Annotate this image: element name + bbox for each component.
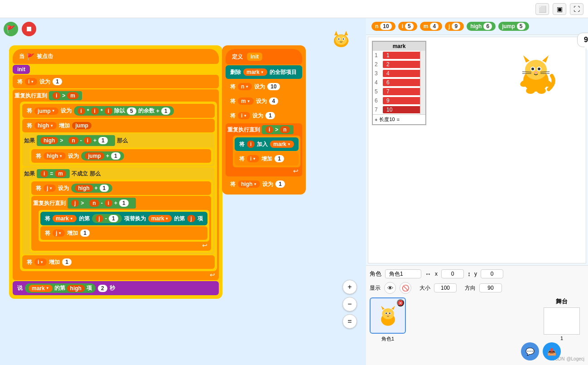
y-input[interactable] <box>481 269 503 278</box>
set-j-block[interactable]: 将 j 设为 high + 1 <box>31 181 211 195</box>
var-i-dropdown[interactable]: i <box>25 78 37 85</box>
i-dd-loop[interactable]: i <box>247 155 259 162</box>
svg-point-16 <box>535 72 537 73</box>
green-flag-button[interactable]: 🚩 <box>4 22 18 36</box>
j-dd-inner[interactable]: j <box>53 229 65 237</box>
repeat-until-outer: 重复执行直到 i > m 将 jump <box>13 89 219 280</box>
var-j-value: 9 <box>452 23 460 30</box>
add-i-outer-block[interactable]: 将 i 增加 1 <box>22 255 215 269</box>
show-label: 显示 <box>370 284 381 292</box>
svg-point-15 <box>538 68 540 70</box>
zoom-in-btn[interactable]: + <box>342 280 357 294</box>
add-high-block[interactable]: 将 high 增加 jump <box>22 119 215 132</box>
y-label: y <box>474 271 477 277</box>
size-input[interactable] <box>434 283 457 292</box>
svg-point-32 <box>389 312 390 314</box>
var-jump-dropdown[interactable]: jump <box>34 107 58 115</box>
delete-all-mark[interactable]: 删除 mark 的全部项目 <box>226 65 302 79</box>
set-m-block[interactable]: 将 m 设为 4 <box>226 94 302 108</box>
list-item-7: 7 10 <box>373 105 425 114</box>
svg-marker-28 <box>391 306 395 310</box>
var-high-dropdown[interactable]: high <box>34 122 57 129</box>
list-item-5: 5 7 <box>373 87 425 96</box>
set-i-init-block[interactable]: 将 i 设为 1 <box>226 109 302 122</box>
fullscreen-btn[interactable]: ⛶ <box>570 3 583 15</box>
var-m: m 4 <box>420 22 442 31</box>
init-label-block: init <box>13 65 30 74</box>
zoom-controls: + − = <box>342 280 357 329</box>
x-icon: ↔ <box>425 270 431 277</box>
if-cond-high: high > n - i + 1 <box>37 135 115 146</box>
mark-dd-say[interactable]: mark <box>29 285 53 292</box>
variables-bar: n 10 i 5 m 4 j 9 high 6 jump 5 <box>366 18 588 35</box>
sprite-1-icon <box>376 303 400 328</box>
svg-marker-2 <box>334 31 338 35</box>
sprite-1-thumb[interactable]: ✕ <box>370 297 406 334</box>
set-high-init[interactable]: 将 high 设为 1 <box>226 177 302 191</box>
if-high-block: 如果 high > n - i + 1 <box>22 133 215 166</box>
var-j-dropdown[interactable]: j <box>43 185 56 192</box>
var-m-value: 4 <box>430 23 439 30</box>
i-dd-init[interactable]: i <box>238 112 250 119</box>
svg-marker-3 <box>344 31 348 35</box>
set-n-block[interactable]: 将 n 设为 10 <box>226 80 302 93</box>
show-btn[interactable]: 👁 <box>384 282 396 294</box>
add-i-init-block[interactable]: 将 i 增加 1 <box>235 152 299 165</box>
say-block[interactable]: 说 mark 的第 high 项 2 秒 <box>13 281 219 295</box>
svg-point-33 <box>387 315 388 316</box>
add-i-to-mark[interactable]: 将 i 加入 mark <box>235 137 299 151</box>
svg-marker-11 <box>542 55 549 63</box>
sprite-name-input[interactable] <box>385 269 421 278</box>
mark-dd-delete[interactable]: mark <box>243 68 267 76</box>
list-item-6: 6 9 <box>373 96 425 105</box>
mark-dd-add[interactable]: mark <box>270 141 294 148</box>
stage-panel: 舞台 1 <box>539 297 584 341</box>
repeat-until-init: 重复执行直到 i > n 将 i 加入 mark <box>226 123 302 176</box>
right-panel: n 10 i 5 m 4 j 9 high 6 jump 5 <box>366 18 588 365</box>
high-dd-init[interactable]: high <box>238 180 260 188</box>
stage-bg-count: 1 <box>560 336 563 341</box>
feedback-btn[interactable]: 💬 <box>521 342 539 360</box>
define-init-hat[interactable]: 定义 init <box>226 49 302 64</box>
var-i: i 5 <box>398 22 417 31</box>
list-scrollbar[interactable] <box>420 51 425 114</box>
set-i-block[interactable]: 将 i 设为 1 <box>13 75 219 88</box>
zoom-reset-btn[interactable]: = <box>342 314 357 329</box>
sprite-delete-btn[interactable]: ✕ <box>397 299 404 307</box>
inner-repeat-until: 重复执行直到 j > n - i <box>31 196 211 251</box>
list-item-3: 3 4 <box>373 69 425 78</box>
scratch-cat-decoration <box>330 27 352 51</box>
share-btn[interactable]: 📤 <box>543 342 561 360</box>
n-dd[interactable]: n <box>238 83 252 90</box>
layout-btn-1[interactable]: ⬜ <box>535 3 549 15</box>
m-dd[interactable]: m <box>238 97 254 105</box>
var-n: n 10 <box>371 22 395 31</box>
svg-point-24 <box>537 88 546 94</box>
layout-btn-2[interactable]: ▣ <box>553 3 566 15</box>
sprite-1-container[interactable]: ✕ 角 <box>370 297 406 342</box>
zoom-out-btn[interactable]: − <box>342 297 357 311</box>
high-var-dd[interactable]: high <box>43 152 66 160</box>
hide-btn[interactable]: 🚫 <box>400 282 411 294</box>
add-j-block[interactable]: 将 j 增加 1 <box>40 226 207 240</box>
top-bar: ⬜ ▣ ⛶ <box>0 0 588 18</box>
x-input[interactable] <box>441 269 464 278</box>
flag-icon: 🚩 <box>27 53 34 60</box>
set-jump-block[interactable]: 将 jump 设为 i * i * i 除以 5 的余数 <box>22 104 215 118</box>
i-dd-outer[interactable]: i <box>34 258 47 266</box>
mark-dd1[interactable]: mark <box>53 215 77 222</box>
direction-input[interactable] <box>479 283 502 292</box>
list-replace-block[interactable]: 将 mark 的第 j - 1 <box>40 212 207 225</box>
svg-point-9 <box>525 60 547 80</box>
svg-point-7 <box>343 39 344 40</box>
x-label: x <box>435 271 438 277</box>
when-flag-clicked-hat[interactable]: 当 🚩 被点击 <box>13 49 219 64</box>
set-high-to-jump[interactable]: 将 high 设为 jump + 1 <box>31 149 211 163</box>
stop-button[interactable]: ⏹ <box>22 22 36 36</box>
mark-dd2[interactable]: mark <box>148 215 172 222</box>
svg-point-23 <box>526 88 535 94</box>
if-i-eq-m: 如果 i = m 不成立 那么 <box>22 167 215 254</box>
list-item-2: 2 2 <box>373 60 425 69</box>
list-footer: + 长度10 = <box>373 114 425 124</box>
speech-bubble: 9 <box>577 33 588 47</box>
